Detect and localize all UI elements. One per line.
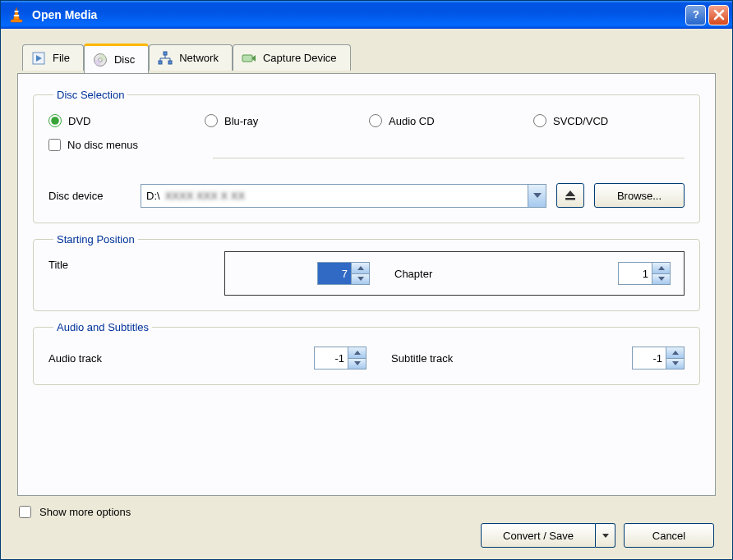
audio-spin-up[interactable] [348,347,366,359]
radio-dvd-label: DVD [68,115,90,127]
network-icon [158,51,173,66]
titlebar[interactable]: Open Media ? [1,1,732,29]
help-button[interactable]: ? [685,5,706,25]
client-area: File Disc Network Capture Device [1,29,732,559]
window-title: Open Media [32,8,683,21]
svg-rect-1 [14,15,19,16]
vlc-cone-icon [7,6,25,24]
radio-svcd-label: SVCD/VCD [553,115,608,127]
audio-track-spinner[interactable] [314,347,366,370]
open-media-dialog: Open Media ? File Disc [0,0,733,560]
radio-audiocd-input[interactable] [369,114,382,127]
starting-position-legend: Starting Position [53,233,138,246]
no-disc-menus-row: No disc menus [48,139,685,151]
tab-strip: File Disc Network Capture Device [17,44,716,73]
audio-subtitles-group: Audio and Subtitles Audio track [33,321,700,385]
radio-bluray-label: Blu-ray [224,115,258,127]
radio-bluray-input[interactable] [205,114,218,127]
audio-subtitles-legend: Audio and Subtitles [53,321,152,333]
radio-bluray[interactable]: Blu-ray [205,114,369,127]
tab-file-label: File [53,52,70,64]
starting-position-group: Starting Position Title [33,233,700,311]
svg-rect-11 [565,198,575,200]
chapter-spin-down[interactable] [652,274,670,285]
browse-button-label: Browse... [617,190,662,202]
title-input[interactable] [318,263,351,284]
disc-device-row: Disc device D:\ XXXX XXX X XX [48,183,685,208]
chapter-spinner[interactable] [618,262,671,285]
svg-rect-7 [164,52,167,55]
title-spin-down[interactable] [352,274,369,285]
audio-spin-down[interactable] [348,359,366,370]
file-icon [31,51,46,66]
disc-type-radios: DVD Blu-ray Audio CD SVCD/VCD [48,114,685,127]
subtitle-track-spinner[interactable] [632,347,685,370]
tab-network[interactable]: Network [149,44,233,71]
subtitle-spin-up[interactable] [666,347,684,359]
chapter-input[interactable] [619,263,652,284]
close-button[interactable] [708,5,729,25]
disc-selection-group: Disc Selection DVD Blu-ray Audio CD [33,89,700,223]
disc-device-value-prefix: D:\ [141,190,160,202]
svg-rect-2 [11,20,22,22]
convert-save-dropdown[interactable] [596,523,615,548]
divider [213,158,685,158]
audio-track-label: Audio track [48,352,314,365]
tab-disc-label: Disc [114,53,135,66]
svg-text:?: ? [693,8,699,21]
dialog-footer: Show more options [17,496,716,518]
show-more-label: Show more options [39,506,131,518]
convert-save-button[interactable]: Convert / Save [481,523,596,548]
chapter-spin-up[interactable] [652,263,670,274]
disc-selection-legend: Disc Selection [53,89,127,101]
radio-svcd-input[interactable] [533,114,546,127]
no-disc-menus-checkbox[interactable] [48,139,61,151]
tab-disc[interactable]: Disc [84,44,149,73]
convert-save-split-button[interactable]: Convert / Save [481,523,615,548]
title-spinner[interactable] [317,262,370,285]
radio-audiocd-label: Audio CD [389,115,435,127]
subtitle-track-input[interactable] [633,347,666,369]
tab-network-label: Network [179,52,219,64]
chapter-label: Chapter [394,268,618,280]
audio-track-input[interactable] [315,347,348,369]
chevron-down-icon[interactable] [528,185,546,207]
disc-icon [93,53,108,67]
subtitle-track-label: Subtitle track [391,352,632,365]
cancel-button[interactable]: Cancel [624,523,714,548]
disc-device-label: Disc device [48,190,131,202]
browse-button[interactable]: Browse... [594,183,685,208]
no-disc-menus-label: No disc menus [67,139,138,151]
dialog-buttons: Convert / Save Cancel [17,518,716,548]
capture-icon [242,51,256,66]
tab-panel-disc: Disc Selection DVD Blu-ray Audio CD [17,73,716,496]
radio-svcd[interactable]: SVCD/VCD [533,114,608,127]
radio-audiocd[interactable]: Audio CD [369,114,533,127]
convert-save-label: Convert / Save [503,530,574,542]
disc-device-value: XXXX XXX X XX [160,190,528,202]
eject-icon [564,190,577,201]
svg-rect-0 [15,11,19,12]
tab-capture[interactable]: Capture Device [233,44,351,71]
subtitle-spin-down[interactable] [666,359,684,370]
radio-dvd-input[interactable] [48,114,62,127]
disc-device-combo[interactable]: D:\ XXXX XXX X XX [141,184,546,208]
svg-rect-9 [168,61,172,64]
show-more-checkbox[interactable] [19,506,31,518]
radio-dvd[interactable]: DVD [48,114,205,127]
tab-file[interactable]: File [22,44,84,71]
tab-capture-label: Capture Device [263,52,337,64]
svg-rect-8 [159,61,162,64]
eject-button[interactable] [556,183,584,208]
svg-rect-10 [242,55,252,62]
cancel-label: Cancel [652,530,685,542]
title-spin-up[interactable] [352,263,369,274]
